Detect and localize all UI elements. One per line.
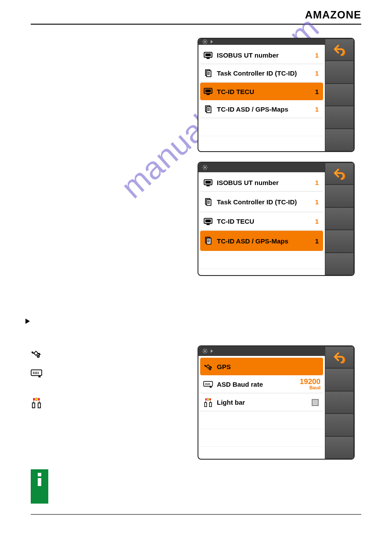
gear-icon xyxy=(202,39,208,45)
back-arrow-icon xyxy=(333,167,345,180)
footer-rule xyxy=(31,514,361,515)
baud-icon xyxy=(203,380,213,389)
baud-icon xyxy=(31,369,42,378)
back-button[interactable] xyxy=(325,163,354,185)
info-flag-icon xyxy=(31,469,48,504)
monitor-icon xyxy=(203,178,213,188)
row-tc-id[interactable]: Task Controller ID (TC-ID) 1 xyxy=(200,65,323,82)
side-button-blank[interactable] xyxy=(325,106,354,129)
row-value: 19200 Baud xyxy=(300,378,320,390)
file-icon xyxy=(203,105,213,114)
row-asd-baud[interactable]: ASD Baud rate 19200 Baud xyxy=(200,376,323,393)
monitor-icon xyxy=(203,217,213,226)
breadcrumb-arrow-icon xyxy=(211,349,213,353)
row-light-bar[interactable]: Light bar xyxy=(200,394,323,411)
monitor-icon xyxy=(203,87,213,96)
side-button-blank[interactable] xyxy=(325,436,354,459)
row-label: ASD Baud rate xyxy=(217,381,296,388)
checkbox-unchecked[interactable] xyxy=(312,399,319,406)
side-button-blank[interactable] xyxy=(325,185,354,207)
side-button-blank[interactable] xyxy=(325,391,354,414)
lightbar-icon xyxy=(203,398,213,407)
row-label: TC-ID TECU xyxy=(217,88,312,95)
row-gps[interactable]: GPS xyxy=(200,358,323,375)
row-label: Light bar xyxy=(217,399,308,406)
row-value: 1 xyxy=(315,218,320,225)
row-tc-id[interactable]: Task Controller ID (TC-ID) 1 xyxy=(200,192,323,212)
screenshot-isobus-asd: ISOBUS UT number 1 Task Controller ID (T… xyxy=(198,162,355,276)
row-value: 1 xyxy=(315,198,320,206)
back-button[interactable] xyxy=(325,39,354,61)
row-isobus-ut[interactable]: ISOBUS UT number 1 xyxy=(200,174,323,192)
brand-header: AMAZONE xyxy=(31,9,361,25)
side-button-blank[interactable] xyxy=(325,414,354,436)
info-note xyxy=(31,469,48,504)
row-value: 1 xyxy=(315,88,320,95)
screenshot-gps: GPS ASD Baud rate 19200 Baud Light bar xyxy=(198,345,355,460)
legend-lightbar xyxy=(31,397,42,409)
row-label: TC-ID ASD / GPS-Maps xyxy=(217,237,312,245)
row-label: ISOBUS UT number xyxy=(217,179,312,186)
satellite-icon xyxy=(31,348,41,359)
back-arrow-icon xyxy=(333,44,345,56)
row-value: 1 xyxy=(315,69,320,77)
row-label: TC-ID TECU xyxy=(217,218,312,225)
legend-baud xyxy=(31,369,42,378)
breadcrumb-arrow-icon xyxy=(211,40,213,44)
row-label: Task Controller ID (TC-ID) xyxy=(217,198,312,206)
monitor-icon xyxy=(203,51,213,60)
side-button-blank[interactable] xyxy=(325,368,354,391)
file-icon xyxy=(203,197,213,207)
side-button-blank[interactable] xyxy=(325,129,354,152)
side-button-blank[interactable] xyxy=(325,83,354,106)
row-label: ISOBUS UT number xyxy=(217,51,312,59)
row-tc-id-asd[interactable]: TC-ID ASD / GPS-Maps 1 xyxy=(200,101,323,118)
side-button-blank[interactable] xyxy=(325,253,354,276)
side-button-blank[interactable] xyxy=(325,61,354,83)
row-tc-id-asd[interactable]: TC-ID ASD / GPS-Maps 1 xyxy=(200,231,323,251)
row-tc-id-tecu[interactable]: TC-ID TECU 1 xyxy=(200,83,323,100)
side-button-blank[interactable] xyxy=(325,207,354,230)
file-icon xyxy=(203,236,213,246)
screen-topbar xyxy=(198,39,325,45)
row-label: GPS xyxy=(217,363,320,370)
row-tc-id-tecu[interactable]: TC-ID TECU 1 xyxy=(200,213,323,230)
row-label: TC-ID ASD / GPS-Maps xyxy=(217,105,312,113)
row-label: Task Controller ID (TC-ID) xyxy=(217,69,312,77)
row-value: 1 xyxy=(315,105,320,113)
row-value: 1 xyxy=(315,51,320,59)
legend-gps xyxy=(31,348,41,359)
lightbar-icon xyxy=(31,397,42,409)
side-button-blank[interactable] xyxy=(325,230,354,253)
back-arrow-icon xyxy=(333,351,345,363)
gear-icon xyxy=(202,164,208,170)
gear-icon xyxy=(202,348,208,354)
row-value: 1 xyxy=(315,237,320,245)
back-button[interactable] xyxy=(325,346,354,368)
screen-topbar xyxy=(198,346,325,356)
row-value: 1 xyxy=(315,179,320,186)
satellite-icon xyxy=(203,362,213,371)
bullet-arrow xyxy=(25,317,30,324)
screenshot-isobus-tecu: ISOBUS UT number 1 Task Controller ID (T… xyxy=(198,38,355,152)
row-isobus-ut[interactable]: ISOBUS UT number 1 xyxy=(200,47,323,64)
file-icon xyxy=(203,69,213,78)
screen-topbar xyxy=(198,163,325,172)
triangle-icon xyxy=(25,319,30,324)
